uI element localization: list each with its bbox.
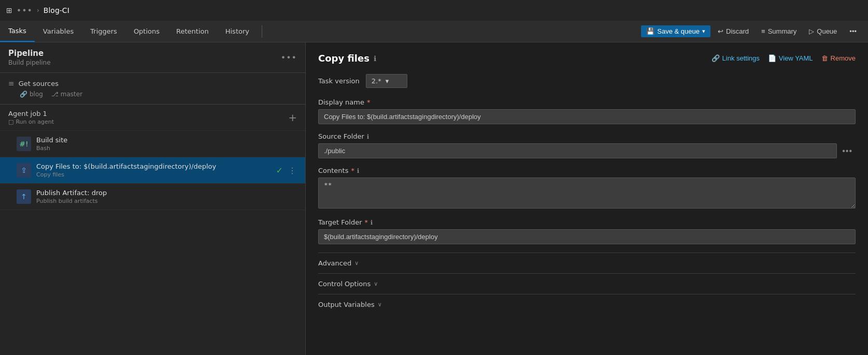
discard-button[interactable]: ↩ Discard xyxy=(713,25,754,37)
task-item-copy-files[interactable]: ⇪ Copy Files to: $(build.artifactstaging… xyxy=(0,157,305,184)
remove-button[interactable]: 🗑 Remove xyxy=(821,54,856,62)
nav-actions: 💾 Save & queue ▾ ↩ Discard ≡ Summary ▷ Q… xyxy=(641,25,868,37)
task-item-build-site[interactable]: #! Build site Bash xyxy=(0,131,305,157)
summary-icon: ≡ xyxy=(761,27,765,35)
contents-info-icon[interactable]: ℹ xyxy=(357,167,360,174)
tab-variables[interactable]: Variables xyxy=(35,21,82,42)
output-variables-label: Output Variables xyxy=(318,301,375,308)
link-icon: 🔗 xyxy=(712,54,720,62)
control-options-header[interactable]: Control Options ∨ xyxy=(318,280,856,288)
panel-actions: 🔗 Link settings 📄 View YAML 🗑 Remove xyxy=(712,54,856,62)
task-copy-files-title: Copy Files to: $(build.artifactstagingdi… xyxy=(36,162,271,170)
copy-task-icon: ⇪ xyxy=(17,163,31,178)
nav-bar: Tasks Variables Triggers Options Retenti… xyxy=(0,21,868,42)
pipeline-title: Pipeline xyxy=(8,49,51,58)
target-folder-required: * xyxy=(365,218,368,226)
repo-name: blog xyxy=(30,91,43,98)
task-copy-files-info: Copy Files to: $(build.artifactstagingdi… xyxy=(36,162,271,178)
task-version-label: Task version xyxy=(318,77,360,85)
output-variables-chevron-icon: ∨ xyxy=(378,301,382,308)
pipeline-menu-button[interactable]: ••• xyxy=(281,53,297,63)
agent-icon: □ xyxy=(8,119,13,125)
panel-title: Copy files xyxy=(318,53,369,64)
summary-button[interactable]: ≡ Summary xyxy=(756,25,802,37)
control-options-section[interactable]: Control Options ∨ xyxy=(318,273,856,294)
repo-icon: 🔗 xyxy=(20,91,27,98)
more-options-button[interactable]: ••• xyxy=(844,25,862,37)
get-sources-meta: 🔗 blog ⎇ master xyxy=(20,91,297,98)
advanced-section[interactable]: Advanced ∨ xyxy=(318,253,856,273)
output-variables-section[interactable]: Output Variables ∨ xyxy=(318,294,856,315)
get-sources-label: Get sources xyxy=(19,80,59,87)
contents-textarea[interactable]: ** xyxy=(318,178,856,209)
pipeline-info: Pipeline Build pipeline xyxy=(8,49,51,66)
agent-job-title: Agent job 1 xyxy=(8,110,54,117)
nav-tabs: Tasks Variables Triggers Options Retenti… xyxy=(0,21,258,42)
save-queue-chevron: ▾ xyxy=(702,28,705,35)
main-layout: Pipeline Build pipeline ••• ≡ Get source… xyxy=(0,42,868,355)
right-panel: Copy files ℹ 🔗 Link settings 📄 View YAML… xyxy=(306,42,868,355)
task-version-row: Task version 2.* ▾ xyxy=(318,74,856,88)
save-icon: 💾 xyxy=(646,27,654,35)
contents-group: Contents * ℹ ** xyxy=(318,167,856,210)
source-folder-row: ••• xyxy=(318,143,856,158)
task-version-select[interactable]: 2.* ▾ xyxy=(366,74,407,88)
task-build-site-title: Build site xyxy=(36,136,297,144)
get-sources-top: ≡ Get sources xyxy=(8,79,297,87)
display-name-group: Display name * xyxy=(318,98,856,124)
publish-task-icon: ↑ xyxy=(17,189,31,204)
task-publish-info: Publish Artifact: drop Publish build art… xyxy=(36,189,297,204)
sidebar-pipeline-header: Pipeline Build pipeline ••• xyxy=(0,42,305,73)
save-queue-button[interactable]: 💾 Save & queue ▾ xyxy=(641,25,710,37)
queue-icon: ▷ xyxy=(809,27,814,35)
advanced-header[interactable]: Advanced ∨ xyxy=(318,259,856,267)
target-folder-info-icon[interactable]: ℹ xyxy=(371,219,373,226)
output-variables-header[interactable]: Output Variables ∨ xyxy=(318,301,856,308)
sidebar-item-get-sources[interactable]: ≡ Get sources 🔗 blog ⎇ master xyxy=(0,73,305,105)
tab-tasks[interactable]: Tasks xyxy=(0,21,35,42)
source-folder-group: Source Folder ℹ ••• xyxy=(318,132,856,158)
tab-history[interactable]: History xyxy=(217,21,258,42)
branch-name: master xyxy=(61,91,82,98)
discard-icon: ↩ xyxy=(718,27,723,35)
add-task-button[interactable]: + xyxy=(288,111,297,124)
agent-job-subtitle: □ Run on agent xyxy=(8,119,54,125)
app-icon: ⊞ xyxy=(6,6,12,14)
source-folder-input[interactable] xyxy=(318,143,837,158)
agent-job-row[interactable]: Agent job 1 □ Run on agent + xyxy=(0,105,305,131)
tab-retention[interactable]: Retention xyxy=(168,21,217,42)
panel-info-icon[interactable]: ℹ xyxy=(374,54,376,63)
task-build-site-subtitle: Bash xyxy=(36,145,297,152)
branch-icon: ⎇ xyxy=(51,91,59,98)
source-folder-more-button[interactable]: ••• xyxy=(839,144,856,158)
target-folder-input[interactable] xyxy=(318,229,856,244)
agent-job-info: Agent job 1 □ Run on agent xyxy=(8,110,54,125)
queue-button[interactable]: ▷ Queue xyxy=(804,25,842,37)
display-name-required: * xyxy=(367,98,371,106)
tab-options[interactable]: Options xyxy=(125,21,168,42)
control-options-chevron-icon: ∨ xyxy=(374,280,378,287)
remove-icon: 🗑 xyxy=(821,54,828,62)
source-folder-info-icon[interactable]: ℹ xyxy=(367,133,369,140)
task-more-button[interactable]: ⋮ xyxy=(288,166,297,175)
page-title: Blog-CI xyxy=(44,6,69,14)
display-name-input[interactable] xyxy=(318,109,856,124)
contents-label: Contents * ℹ xyxy=(318,167,856,174)
breadcrumb-chevron: › xyxy=(37,7,39,14)
title-bar: ⊞ ••• › Blog-CI xyxy=(0,0,868,21)
task-check-icon: ✓ xyxy=(276,166,283,175)
source-folder-label: Source Folder ℹ xyxy=(318,132,856,140)
advanced-chevron-icon: ∨ xyxy=(354,260,359,267)
tab-triggers[interactable]: Triggers xyxy=(82,21,125,42)
view-yaml-button[interactable]: 📄 View YAML xyxy=(768,54,813,62)
task-item-publish-artifact[interactable]: ↑ Publish Artifact: drop Publish build a… xyxy=(0,184,305,210)
repo-info: 🔗 blog xyxy=(20,91,43,98)
sidebar: Pipeline Build pipeline ••• ≡ Get source… xyxy=(0,42,306,355)
control-options-label: Control Options xyxy=(318,280,371,288)
panel-header: Copy files ℹ 🔗 Link settings 📄 View YAML… xyxy=(318,53,856,64)
pipeline-subtitle: Build pipeline xyxy=(8,59,51,66)
task-build-site-info: Build site Bash xyxy=(36,136,297,152)
title-bar-menu[interactable]: ••• xyxy=(17,6,33,16)
bash-task-icon: #! xyxy=(17,137,31,151)
link-settings-button[interactable]: 🔗 Link settings xyxy=(712,54,760,62)
